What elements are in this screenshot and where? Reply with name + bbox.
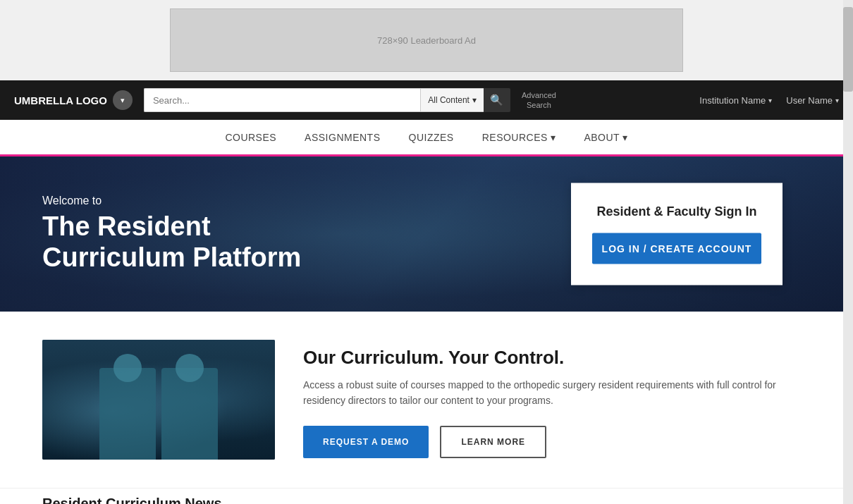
- nav-quizzes[interactable]: QUIZZES: [409, 132, 454, 143]
- search-input[interactable]: [144, 88, 420, 112]
- advanced-search-link[interactable]: AdvancedSearch: [522, 90, 556, 111]
- hero-content: Welcome to The Resident Curriculum Platf…: [0, 195, 343, 273]
- scrollbar[interactable]: [843, 0, 853, 504]
- news-section: Resident Curriculum News: [0, 488, 853, 504]
- institution-dropdown[interactable]: Institution Name ▾: [699, 95, 772, 106]
- institution-chevron-icon: ▾: [768, 97, 772, 104]
- news-heading: Resident Curriculum News: [42, 496, 811, 504]
- nav-resources[interactable]: RESOURCES ▾: [482, 132, 556, 143]
- header-right: Institution Name ▾ User Name ▾: [699, 95, 839, 106]
- nav-about[interactable]: ABOUT ▾: [584, 132, 627, 143]
- user-dropdown[interactable]: User Name ▾: [786, 95, 839, 106]
- image-figures: [42, 340, 275, 460]
- hero-welcome-text: Welcome to: [42, 195, 301, 207]
- nav-assignments[interactable]: ASSIGNMENTS: [305, 132, 380, 143]
- curriculum-section: Our Curriculum. Your Control. Access a r…: [0, 312, 853, 488]
- leaderboard-ad: 728×90 Leaderboard Ad: [170, 8, 683, 72]
- curriculum-image: [42, 340, 275, 460]
- logo-dropdown-button[interactable]: ▾: [113, 90, 133, 110]
- learn-more-button[interactable]: LEARN MORE: [440, 426, 546, 458]
- curriculum-buttons: REQUEST A DEMO LEARN MORE: [303, 426, 811, 458]
- logo-area: UMBRELLA LOGO ▾: [14, 90, 133, 110]
- login-button[interactable]: LOG IN / CREATE ACCOUNT: [592, 233, 761, 264]
- curriculum-heading: Our Curriculum. Your Control.: [303, 347, 811, 369]
- user-chevron-icon: ▾: [835, 97, 839, 104]
- search-icon: 🔍: [490, 94, 503, 106]
- resources-chevron-icon: ▾: [551, 132, 556, 143]
- search-button[interactable]: 🔍: [484, 88, 510, 112]
- header: UMBRELLA LOGO ▾ All Content ▾ 🔍 Advanced…: [0, 80, 853, 120]
- ad-banner-wrapper: 728×90 Leaderboard Ad: [0, 0, 853, 80]
- figure-1: [99, 368, 156, 460]
- curriculum-description: Access a robust suite of courses mapped …: [303, 377, 811, 409]
- nav-bar: COURSES ASSIGNMENTS QUIZZES RESOURCES ▾ …: [0, 120, 853, 156]
- search-area: All Content ▾ 🔍: [144, 88, 510, 112]
- about-chevron-icon: ▾: [622, 132, 628, 143]
- logo-text: UMBRELLA LOGO: [14, 94, 107, 106]
- hero-section: Welcome to The Resident Curriculum Platf…: [0, 156, 853, 312]
- scrollbar-thumb[interactable]: [843, 7, 853, 92]
- sign-in-title: Resident & Faculty Sign In: [592, 204, 761, 219]
- figure-2: [161, 368, 218, 460]
- hero-title: The Resident Curriculum Platform: [42, 211, 301, 273]
- nav-courses[interactable]: COURSES: [225, 132, 276, 143]
- request-demo-button[interactable]: REQUEST A DEMO: [303, 426, 429, 458]
- curriculum-text: Our Curriculum. Your Control. Access a r…: [303, 340, 811, 458]
- sign-in-card: Resident & Faculty Sign In LOG IN / CREA…: [571, 183, 783, 285]
- content-filter-dropdown[interactable]: All Content ▾: [420, 88, 484, 112]
